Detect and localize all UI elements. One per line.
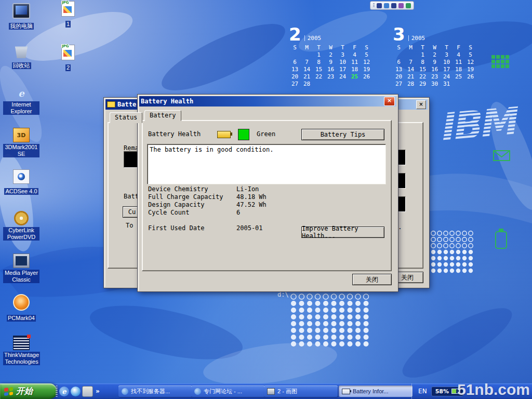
desktop-icon-recycle-bin[interactable]: 回收站 bbox=[3, 45, 39, 70]
calendar-day: 20 bbox=[289, 73, 301, 81]
calendar-day bbox=[289, 51, 301, 59]
calendar-day: 24 bbox=[337, 73, 349, 81]
volume-icon[interactable] bbox=[377, 3, 382, 8]
calendar-day: 3 bbox=[441, 51, 453, 59]
calendar-day: 22 bbox=[417, 73, 429, 81]
taskbar-button-label: 2 - 画图 bbox=[277, 388, 297, 395]
calendar-day: 6 bbox=[289, 59, 301, 66]
start-button[interactable]: 开始 bbox=[0, 383, 57, 399]
battery-tips-button[interactable]: Battery Tips bbox=[301, 129, 384, 140]
improve-battery-health-button[interactable]: Improve Battery Health... bbox=[301, 227, 384, 238]
calendar-day: 13 bbox=[289, 66, 301, 73]
calendar-week: 13141516171819 bbox=[289, 66, 373, 73]
taskbar-button-4[interactable]: Battery Infor... bbox=[339, 385, 413, 397]
desktop-icon-pcmark[interactable]: PCMark04 bbox=[3, 294, 39, 322]
calendar-day: 5 bbox=[464, 51, 476, 59]
condition-textbox[interactable]: The battery is in good condition. bbox=[147, 144, 386, 184]
spec-label: Design Capacity bbox=[148, 201, 236, 209]
calendar-day-header: M bbox=[301, 44, 313, 51]
first-used-value: 2005-01 bbox=[236, 224, 263, 232]
calendar-day: 9 bbox=[429, 59, 441, 66]
spec-value: 48.18 Wh bbox=[236, 193, 267, 201]
calendar-day: 2 bbox=[325, 51, 337, 59]
language-indicator[interactable]: EN bbox=[418, 388, 427, 395]
calendar-day bbox=[313, 81, 325, 88]
calendar-day: 14 bbox=[301, 66, 313, 73]
wallpaper-calendar-march: 3 2005 SMTWTFS12345678910111213141516171… bbox=[393, 27, 476, 88]
calendar-week: 20212223242526 bbox=[393, 73, 476, 81]
toolbar-grip[interactable] bbox=[373, 3, 375, 8]
calendar-month-number: 3 bbox=[393, 27, 405, 42]
watermark: 51nb.com bbox=[457, 381, 530, 398]
battery-health-label: Battery Health bbox=[148, 130, 201, 138]
calendar-day-header: T bbox=[337, 44, 349, 51]
start-label: 开始 bbox=[16, 386, 33, 397]
calendar-day: 26 bbox=[464, 73, 476, 81]
calendar-day: 25 bbox=[349, 73, 361, 81]
battery-health-window: Battery Health × Battery Battery Health … bbox=[138, 95, 398, 291]
calendar-day: 10 bbox=[337, 59, 349, 66]
calendar-day: 5 bbox=[361, 51, 373, 59]
calendar-day: 9 bbox=[325, 59, 337, 66]
desktop-quicklaunch-icon[interactable] bbox=[82, 386, 93, 397]
desktop-icon-3dmark[interactable]: 3D3DMark2001 SE bbox=[3, 128, 39, 158]
desktop-icon-acdsee[interactable]: ACDSee 4.0 bbox=[3, 169, 39, 195]
desktop-icon-my-computer[interactable]: 我的电脑 bbox=[3, 3, 39, 30]
desktop-icon-mpc[interactable]: Media Player Classic bbox=[3, 254, 39, 284]
quick-launch-overflow-chevron[interactable]: » bbox=[95, 388, 101, 395]
ie-icon: e bbox=[14, 86, 29, 100]
desktop-icon-column: 我的电脑回收站eInternet Explorer3D3DMark2001 SE… bbox=[3, 0, 39, 399]
display-icon[interactable] bbox=[398, 3, 404, 8]
battery-wallpaper-icon bbox=[496, 229, 507, 248]
calendar-week: 13141516171819 bbox=[393, 66, 476, 73]
back-close-icon[interactable]: × bbox=[416, 100, 426, 109]
calendar-day: 10 bbox=[441, 59, 453, 66]
calendar-day: 26 bbox=[361, 73, 373, 81]
taskbar-button-3[interactable]: 2 - 画图 bbox=[264, 385, 338, 397]
calendar-day: 4 bbox=[453, 51, 464, 59]
eject-icon[interactable] bbox=[391, 3, 396, 8]
calendar-day: 8 bbox=[313, 59, 325, 66]
desktop-icon-ie[interactable]: eInternet Explorer bbox=[3, 86, 39, 115]
calendar-day-header: S bbox=[361, 44, 373, 51]
spec-row: Cycle Count6 bbox=[148, 209, 383, 217]
desktop-icon-label: ACDSee 4.0 bbox=[4, 188, 38, 195]
desktop-icon-powerdvd[interactable]: CyberLink PowerDVD bbox=[3, 211, 39, 241]
health-status-swatch bbox=[238, 129, 249, 140]
desktop-file-2[interactable]: JPG2 bbox=[50, 45, 86, 72]
tab-battery[interactable]: Battery bbox=[144, 110, 181, 121]
floating-toolbar[interactable] bbox=[370, 1, 414, 10]
calendar-day: 27 bbox=[289, 81, 301, 88]
taskbar-button-2[interactable]: 专门网论坛 - ... bbox=[191, 385, 265, 397]
brightness-icon[interactable] bbox=[384, 3, 389, 8]
wallpaper-calendar-february: 2 2005 SMTWTFS12345678910111213141516171… bbox=[289, 27, 373, 88]
spec-row: Design Capacity47.52 Wh bbox=[148, 201, 383, 209]
calendar-week: 2728 bbox=[289, 81, 373, 88]
ie-icon bbox=[194, 388, 201, 395]
jpg-file-icon: JPG bbox=[61, 1, 75, 17]
taskbar-button-1[interactable]: 找不到服务器... bbox=[118, 385, 192, 397]
calendar-year: 2005 bbox=[408, 35, 425, 41]
calendar-day-headers: SMTWTFS bbox=[289, 44, 373, 51]
tab-status[interactable]: Status bbox=[110, 112, 142, 123]
keyboard-icon[interactable] bbox=[406, 3, 411, 8]
desktop-icon-thinkvantage[interactable]: ThinkVantage Technologies bbox=[3, 336, 39, 366]
spec-label: Full Charge Capacity bbox=[148, 193, 236, 201]
calendar-day: 30 bbox=[429, 81, 441, 88]
calendar-day-header: S bbox=[289, 44, 301, 51]
battery-health-titlebar[interactable]: Battery Health × bbox=[139, 96, 396, 107]
media-quicklaunch-icon[interactable] bbox=[71, 387, 81, 396]
calendar-day bbox=[405, 51, 417, 59]
calendar-day: 28 bbox=[301, 81, 313, 88]
quick-launch-grip[interactable] bbox=[56, 385, 58, 397]
ie-quicklaunch-icon[interactable] bbox=[59, 387, 69, 396]
close-button[interactable]: 关闭 bbox=[352, 274, 392, 285]
calendar-day: 6 bbox=[393, 59, 405, 66]
acdsee-icon bbox=[13, 169, 30, 184]
close-icon[interactable]: × bbox=[384, 97, 395, 106]
calendar-day bbox=[349, 81, 361, 88]
desktop-file-1[interactable]: JPG1 bbox=[50, 1, 86, 28]
calendar-day: 16 bbox=[429, 66, 441, 73]
calendar-day: 19 bbox=[464, 66, 476, 73]
calendar-day: 17 bbox=[337, 66, 349, 73]
